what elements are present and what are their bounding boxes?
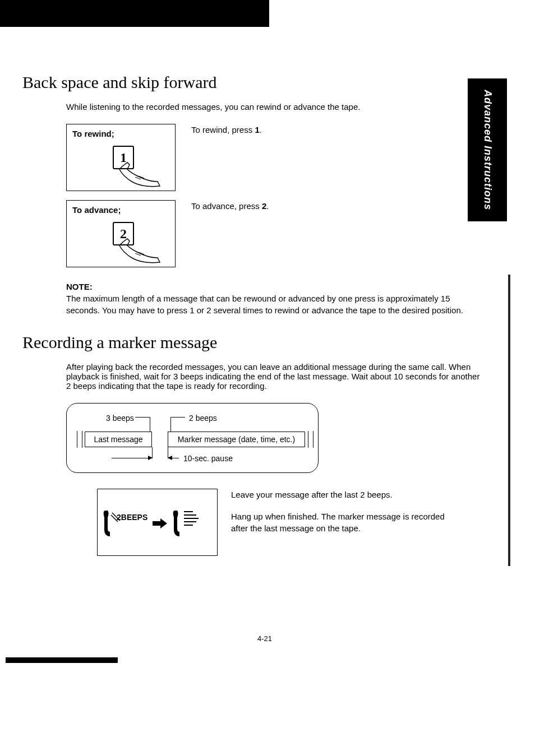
scan-right-edge <box>508 275 510 566</box>
label-2-beeps: 2 beeps <box>189 414 217 423</box>
marker-text-1: Leave your message after the last 2 beep… <box>231 489 455 500</box>
intro-text-2: After playing back the recorded messages… <box>66 362 481 391</box>
rewind-instruction: To rewind, press 1. <box>191 124 262 134</box>
tape-diagram: 3 beeps 2 beeps Last message Marker mess… <box>66 403 319 473</box>
note-body: The maximum length of a message that can… <box>66 293 481 316</box>
hand-press-icon <box>116 238 161 266</box>
side-tab-advanced-instructions: Advanced Instructions <box>468 78 507 221</box>
rewind-row: To rewind; 1 To rewind, press 1. <box>66 124 481 191</box>
beeps-label: 2BEEPS <box>117 513 147 522</box>
note-heading: NOTE: <box>66 281 481 293</box>
rewind-box-label: To rewind; <box>72 129 169 138</box>
rewind-figure: To rewind; 1 <box>66 124 176 191</box>
scan-noise <box>179 0 247 31</box>
heading-recording-marker: Recording a marker message <box>22 333 507 352</box>
scan-bottom-mark <box>6 657 118 663</box>
advance-row: To advance; 2 To advance, press 2. <box>66 200 481 267</box>
note-block: NOTE: The maximum length of a message th… <box>66 281 481 316</box>
marker-figure: 2BEEPS <box>97 489 218 556</box>
marker-text-block: Leave your message after the last 2 beep… <box>231 489 455 544</box>
segment-last-message: Last message <box>85 432 152 447</box>
label-10sec-pause: 10-sec. pause <box>183 454 233 463</box>
marker-row: 2BEEPS Leave your message after the last… <box>66 489 481 556</box>
page-number: 4-21 <box>22 634 507 643</box>
intro-text-1: While listening to the recorded messages… <box>66 102 481 112</box>
heading-back-space: Back space and skip forward <box>22 73 507 92</box>
hand-press-icon <box>116 161 161 189</box>
label-3-beeps: 3 beeps <box>106 414 134 423</box>
phone-handset-speaking-icon <box>170 508 210 539</box>
advance-figure: To advance; 2 <box>66 200 176 267</box>
marker-text-2: Hang up when finished. The marker messag… <box>231 511 455 534</box>
advance-box-label: To advance; <box>72 205 169 215</box>
advance-instruction: To advance, press 2. <box>191 200 269 211</box>
arrow-right-icon <box>153 518 167 528</box>
segment-marker-message: Marker message (date, time, etc.) <box>168 432 305 447</box>
